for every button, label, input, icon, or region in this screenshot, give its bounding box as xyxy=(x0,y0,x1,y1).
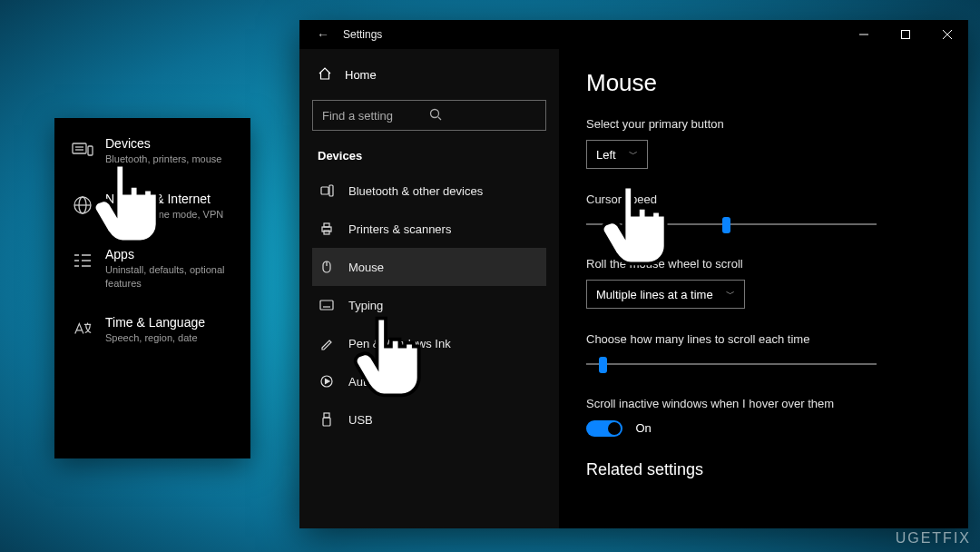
tile-subtitle: Uninstall, defaults, optional features xyxy=(105,263,234,291)
nav-label: AutoPlay xyxy=(348,375,396,389)
svg-rect-26 xyxy=(320,301,333,310)
maximize-button[interactable] xyxy=(885,20,926,49)
svg-rect-14 xyxy=(902,31,910,39)
roll-wheel-value: Multiple lines at a time xyxy=(596,288,713,301)
hover-scroll-toggle[interactable] xyxy=(586,420,622,437)
tile-title: Apps xyxy=(105,247,234,261)
svg-rect-33 xyxy=(323,418,330,426)
svg-rect-0 xyxy=(73,143,86,153)
nav-label: Printers & scanners xyxy=(348,222,451,236)
nav-pen[interactable]: Pen & Windows Ink xyxy=(312,324,546,362)
minimize-button[interactable] xyxy=(843,20,885,49)
search-placeholder: Find a setting xyxy=(322,109,429,123)
nav-mouse[interactable]: Mouse xyxy=(312,248,546,286)
tile-item-time-language[interactable]: Time & Language Speech, region, date xyxy=(71,315,234,345)
page-heading: Mouse xyxy=(586,69,945,97)
nav-home-label: Home xyxy=(345,68,377,82)
globe-icon xyxy=(71,193,94,217)
watermark: UGETFIX xyxy=(896,530,971,547)
close-button[interactable] xyxy=(926,20,968,49)
window-title: Settings xyxy=(343,28,382,41)
slider-track xyxy=(586,223,877,225)
cursor-speed-slider[interactable] xyxy=(586,215,877,233)
tile-title: Time & Language xyxy=(105,315,205,330)
tile-item-devices[interactable]: Devices Bluetooth, printers, mouse xyxy=(71,136,234,166)
primary-button-value: Left xyxy=(596,148,616,162)
tile-title: Devices xyxy=(105,136,221,151)
nav-label: Bluetooth & other devices xyxy=(348,184,483,198)
pen-icon xyxy=(318,336,336,350)
content-panel: Mouse Select your primary button Left ﹀ … xyxy=(559,49,968,528)
lines-to-scroll-slider[interactable] xyxy=(586,355,877,373)
primary-button-label: Select your primary button xyxy=(586,117,945,131)
caption-buttons xyxy=(843,20,968,49)
nav-printers[interactable]: Printers & scanners xyxy=(312,210,546,248)
settings-category-tile: Devices Bluetooth, printers, mouse Netwo… xyxy=(54,118,250,458)
nav-autoplay[interactable]: AutoPlay xyxy=(312,362,546,400)
settings-window: ← Settings Home Find a setting Devices xyxy=(299,20,968,528)
svg-rect-20 xyxy=(329,185,333,196)
apps-list-icon xyxy=(71,249,94,272)
nav-label: Pen & Windows Ink xyxy=(348,337,451,350)
roll-wheel-label: Roll the mouse wheel to scroll xyxy=(586,257,945,271)
printer-icon xyxy=(318,222,336,236)
slider-thumb[interactable] xyxy=(722,217,730,233)
sidebar-section-label: Devices xyxy=(318,149,546,163)
lines-to-scroll-label: Choose how many lines to scroll each tim… xyxy=(586,332,945,346)
sidebar: Home Find a setting Devices Bluetooth & … xyxy=(299,49,559,528)
primary-button-dropdown[interactable]: Left ﹀ xyxy=(586,140,648,169)
search-icon xyxy=(429,108,536,123)
slider-track xyxy=(586,363,877,365)
tile-title: Network & Internet xyxy=(105,192,223,206)
language-icon xyxy=(71,317,94,340)
related-settings-heading: Related settings xyxy=(586,460,945,479)
chevron-down-icon: ﹀ xyxy=(726,288,735,301)
nav-label: USB xyxy=(348,413,373,427)
hover-scroll-value: On xyxy=(635,421,651,435)
nav-label: Typing xyxy=(348,299,383,312)
titlebar[interactable]: ← Settings xyxy=(299,20,968,49)
svg-rect-22 xyxy=(324,223,329,227)
tile-subtitle: Bluetooth, printers, mouse xyxy=(105,153,221,166)
nav-bluetooth[interactable]: Bluetooth & other devices xyxy=(312,172,546,210)
svg-rect-1 xyxy=(88,146,93,155)
svg-rect-32 xyxy=(324,413,329,418)
nav-home[interactable]: Home xyxy=(312,56,546,93)
search-input[interactable]: Find a setting xyxy=(312,100,546,131)
keyboard-icon xyxy=(71,138,94,162)
hover-scroll-label: Scroll inactive windows when I hover ove… xyxy=(586,397,945,410)
keyboard-icon xyxy=(318,300,336,310)
tile-item-apps[interactable]: Apps Uninstall, defaults, optional featu… xyxy=(71,247,234,291)
cursor-speed-label: Cursor speed xyxy=(586,192,945,206)
svg-line-18 xyxy=(438,117,441,120)
home-icon xyxy=(318,66,332,84)
nav-typing[interactable]: Typing xyxy=(312,286,546,324)
usb-icon xyxy=(318,412,336,427)
svg-point-17 xyxy=(431,109,439,117)
svg-rect-19 xyxy=(321,187,328,194)
roll-wheel-dropdown[interactable]: Multiple lines at a time ﹀ xyxy=(586,280,745,309)
bluetooth-devices-icon xyxy=(318,183,336,198)
chevron-down-icon: ﹀ xyxy=(629,148,638,161)
back-button[interactable]: ← xyxy=(310,27,336,42)
slider-thumb[interactable] xyxy=(599,357,607,373)
autoplay-icon xyxy=(318,374,336,389)
mouse-icon xyxy=(318,260,336,274)
nav-usb[interactable]: USB xyxy=(312,400,546,439)
tile-subtitle: Wi-Fi, airplane mode, VPN xyxy=(105,208,223,222)
tile-item-network[interactable]: Network & Internet Wi-Fi, airplane mode,… xyxy=(71,192,234,222)
tile-subtitle: Speech, region, date xyxy=(105,331,205,345)
sidebar-nav: Bluetooth & other devices Printers & sca… xyxy=(312,172,546,439)
nav-label: Mouse xyxy=(348,261,384,274)
